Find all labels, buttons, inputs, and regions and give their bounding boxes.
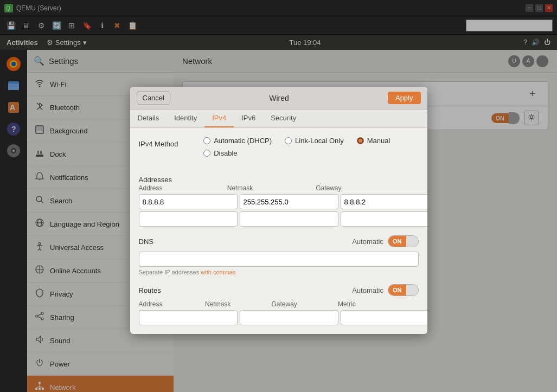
dialog-cancel-button[interactable]: Cancel <box>137 91 170 105</box>
routes-col-gateway: Gateway <box>272 300 336 308</box>
routes-row-1 <box>139 310 419 325</box>
routes-toggle-on: ON <box>388 285 406 295</box>
routes-cols: Address Netmask Gateway Metric <box>139 300 419 308</box>
dns-hint-link[interactable]: with commas <box>201 269 235 275</box>
dialog-overlay: Cancel Wired Apply Details Identity IPv4… <box>0 0 557 392</box>
netmask-input-1[interactable] <box>240 194 338 209</box>
dns-auto-toggle: Automatic ON <box>352 235 418 247</box>
wired-dialog: Cancel Wired Apply Details Identity IPv4… <box>130 87 427 334</box>
routes-netmask-input[interactable] <box>240 310 338 325</box>
radio-link-local[interactable]: Link-Local Only <box>285 137 344 145</box>
tab-identity[interactable]: Identity <box>167 110 204 127</box>
netmask-input-2[interactable] <box>240 211 338 227</box>
tab-details[interactable]: Details <box>130 110 167 127</box>
routes-col-address: Address <box>139 300 203 308</box>
dialog-apply-button[interactable]: Apply <box>388 92 421 104</box>
ipv4-method-label: IPv4 Method <box>139 137 204 148</box>
routes-col-metric: Metric <box>338 300 402 308</box>
address-row-1 <box>139 194 419 209</box>
dialog-title: Wired <box>170 94 388 102</box>
address-input-1[interactable] <box>139 194 238 209</box>
dns-toggle-slider <box>406 236 418 247</box>
routes-header: Routes Automatic ON <box>139 284 419 296</box>
addresses-header: Address Netmask Gateway <box>139 184 419 192</box>
routes-auto-label: Automatic <box>352 286 383 294</box>
routes-address-input[interactable] <box>139 310 238 325</box>
addr-col-gateway-label: Gateway <box>316 184 402 192</box>
radio-dhcp[interactable]: Automatic (DHCP) <box>203 137 272 145</box>
dns-label: DNS <box>139 237 153 246</box>
radio-manual-label: Manual <box>367 137 390 145</box>
dialog-tabs: Details Identity IPv4 IPv6 Security <box>130 110 427 128</box>
radio-disable[interactable]: Disable <box>203 149 237 157</box>
routes-toggle-slider <box>406 285 418 295</box>
tab-ipv4[interactable]: IPv4 <box>204 110 234 127</box>
tab-security[interactable]: Security <box>263 110 304 127</box>
tab-ipv6[interactable]: IPv6 <box>234 110 263 127</box>
addr-col-address-label: Address <box>139 184 225 192</box>
radio-disable-input[interactable] <box>203 150 210 157</box>
routes-auto-toggle: Automatic ON <box>352 284 418 296</box>
addr-col-netmask-label: Netmask <box>227 184 313 192</box>
dns-toggle-on: ON <box>388 236 406 247</box>
radio-dhcp-input[interactable] <box>203 137 210 144</box>
radio-disable-label: Disable <box>214 149 237 157</box>
radio-manual-input[interactable] <box>357 137 364 144</box>
address-row-2 <box>139 211 419 227</box>
dns-section: DNS Automatic ON Separate IP addresses w… <box>139 235 419 275</box>
dns-hint-text: Separate IP addresses <box>139 269 201 275</box>
dialog-body: IPv4 Method Automatic (DHCP) Link-Local … <box>130 128 427 334</box>
routes-col-netmask: Netmask <box>205 300 270 308</box>
dns-header: DNS Automatic ON <box>139 235 419 247</box>
dns-auto-label: Automatic <box>352 237 383 246</box>
dns-input[interactable] <box>139 252 419 267</box>
gateway-input-1[interactable] <box>341 194 427 209</box>
address-input-2[interactable] <box>139 211 238 227</box>
ipv4-method-row: IPv4 Method Automatic (DHCP) Link-Local … <box>139 137 419 166</box>
routes-section: Routes Automatic ON Address Netmask Gate… <box>139 284 419 325</box>
radio-link-local-input[interactable] <box>285 137 292 144</box>
routes-label: Routes <box>139 286 161 294</box>
radio-manual[interactable]: Manual <box>357 137 390 145</box>
radio-dhcp-label: Automatic (DHCP) <box>214 137 272 145</box>
dns-hint: Separate IP addresses with commas <box>139 269 419 275</box>
routes-toggle-switch[interactable]: ON <box>388 284 419 296</box>
dns-toggle-switch[interactable]: ON <box>388 235 419 247</box>
addresses-label: Addresses <box>139 176 172 184</box>
gateway-input-2[interactable] <box>341 211 427 227</box>
dialog-titlebar: Cancel Wired Apply <box>130 87 427 110</box>
routes-gateway-input[interactable] <box>341 310 427 325</box>
ipv4-method-options: Automatic (DHCP) Link-Local Only Manual … <box>203 137 418 157</box>
radio-link-local-label: Link-Local Only <box>295 137 344 145</box>
addresses-section: Addresses Address Netmask Gateway <box>139 175 419 227</box>
